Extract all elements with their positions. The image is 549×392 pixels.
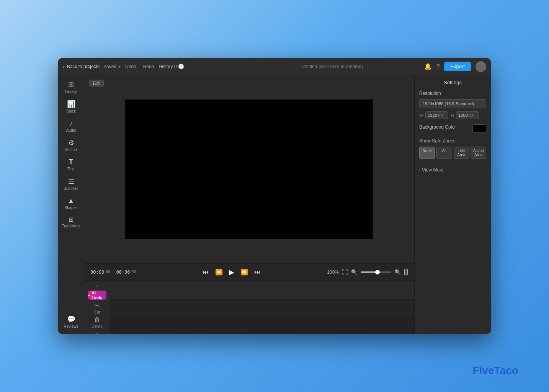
resolution-dropdown[interactable]: 1920x1080 (16:9 Standard) bbox=[419, 99, 486, 108]
dimension-row: W 1920 PX H 1080 PX bbox=[419, 111, 486, 119]
zoom-slider[interactable] bbox=[361, 271, 391, 273]
undo-button[interactable]: Undo bbox=[123, 63, 139, 70]
ai-tools-plus-icon: + bbox=[88, 293, 90, 297]
export-button[interactable]: Export bbox=[444, 62, 471, 71]
sidebar-item-label: Motion bbox=[65, 148, 77, 152]
branding-five: Five bbox=[473, 364, 494, 376]
height-unit: PX bbox=[469, 113, 474, 118]
sidebar-item-label: Library bbox=[65, 90, 77, 94]
sidebar-item-text[interactable]: T Text bbox=[60, 156, 82, 173]
safe-zone-title-button[interactable]: Title Area bbox=[454, 147, 469, 159]
sidebar-item-label: Reviews bbox=[64, 324, 78, 328]
settings-panel: Settings Resolution 1920x1080 (16:9 Stan… bbox=[414, 75, 491, 334]
history-clock-icon: 🕐 bbox=[178, 64, 184, 69]
bg-color-swatch[interactable] bbox=[472, 124, 486, 133]
timeline-expand-button[interactable]: › bbox=[93, 283, 101, 288]
topbar-right: 🔔 ? Export bbox=[424, 61, 486, 72]
safe-zones-section: Show Safe Zones None All Title Area Acti… bbox=[419, 138, 486, 159]
sidebar-item-label: Subtitles bbox=[64, 186, 78, 191]
timeline-track-1 bbox=[110, 281, 414, 300]
shapes-icon: ▲ bbox=[68, 197, 75, 205]
add-track-tool[interactable]: ➕ Add Track bbox=[88, 333, 106, 334]
back-to-projects-button[interactable]: Back to projects bbox=[67, 64, 100, 69]
play-button[interactable]: ▶ bbox=[229, 268, 234, 276]
sidebar-item-label: Text bbox=[67, 167, 74, 171]
cut-label: Cut bbox=[94, 310, 100, 314]
sidebar-item-label: Audio bbox=[66, 128, 76, 132]
sidebar-item-label: Transitions bbox=[62, 224, 80, 228]
topbar: ‹ Back to projects Saved ▾ Undo Redo His… bbox=[58, 58, 491, 75]
sidebar-item-stock[interactable]: 📊 Stock bbox=[60, 98, 82, 116]
preview-area: 16:9 bbox=[84, 75, 414, 263]
history-button[interactable]: History 0 🕐 bbox=[158, 64, 184, 69]
zoom-in-icon[interactable]: 🔍 bbox=[394, 269, 401, 275]
width-unit: PX bbox=[438, 113, 443, 118]
safe-zones-buttons: None All Title Area Action Area bbox=[419, 147, 486, 159]
safe-zones-label: Show Safe Zones bbox=[419, 138, 486, 144]
text-icon: T bbox=[69, 158, 73, 166]
sidebar-item-subtitles[interactable]: ☰ Subtitles bbox=[60, 175, 82, 193]
timeline-pause-button[interactable] bbox=[404, 269, 408, 275]
sidebar-item-shapes[interactable]: ▲ Shapes bbox=[60, 194, 82, 212]
skip-to-end-button[interactable]: ⏭ bbox=[254, 269, 260, 276]
width-input[interactable]: 1920 PX bbox=[425, 111, 448, 119]
zoom-out-icon[interactable]: 🔍 bbox=[351, 269, 358, 275]
height-input[interactable]: 1080 PX bbox=[456, 111, 479, 119]
rewind-button[interactable]: ⏪ bbox=[215, 268, 223, 276]
ai-tools-button[interactable]: + AI Tools bbox=[88, 291, 106, 300]
sidebar-item-label: Stock bbox=[66, 109, 76, 113]
current-time-sub: 00 bbox=[106, 270, 110, 274]
pause-bar-right bbox=[407, 269, 408, 275]
sidebar-item-transitions[interactable]: ⊞ Transitions bbox=[60, 214, 82, 230]
zoom-thumb bbox=[375, 270, 380, 274]
fullscreen-button[interactable]: ⛶ bbox=[342, 269, 348, 276]
library-icon: ⊞ bbox=[68, 80, 74, 89]
saved-label: Saved bbox=[103, 64, 116, 69]
sidebar-item-motion[interactable]: ⚙ Motion bbox=[60, 136, 82, 154]
width-label: W bbox=[419, 113, 423, 118]
timeline-footer bbox=[110, 319, 414, 334]
app-window: ‹ Back to projects Saved ▾ Undo Redo His… bbox=[58, 58, 491, 334]
sidebar: ⊞ Library 📊 Stock ♪ Audio ⚙ Motion T Tex… bbox=[58, 75, 84, 334]
view-more-chevron-icon: › bbox=[419, 168, 420, 172]
delete-tool[interactable]: 🗑 Delete bbox=[92, 317, 103, 328]
stock-icon: 📊 bbox=[67, 100, 75, 108]
safe-zone-none-button[interactable]: None bbox=[419, 147, 435, 159]
fivetaco-branding: FiveTaco bbox=[473, 364, 518, 377]
skip-to-start-button[interactable]: ⏮ bbox=[203, 269, 209, 276]
help-icon[interactable]: ? bbox=[436, 63, 440, 70]
back-chevron-icon: ‹ bbox=[63, 64, 65, 70]
saved-dropdown-icon[interactable]: ▾ bbox=[119, 64, 121, 69]
motion-icon: ⚙ bbox=[68, 139, 74, 147]
zoom-percent: 100% bbox=[327, 270, 339, 275]
bg-color-row: Background Color bbox=[419, 124, 486, 133]
avatar[interactable] bbox=[475, 61, 486, 72]
safe-zone-action-button[interactable]: Action Area bbox=[471, 147, 486, 159]
timeline-controls: 00:00 00 00:00 00 ⏮ ⏪ ▶ ⏩ ⏭ 100% ⛶ 🔍 bbox=[84, 263, 414, 280]
cut-icon: ✂ bbox=[95, 302, 100, 309]
project-title[interactable]: Untitled (click here to rename) bbox=[301, 64, 363, 69]
bg-color-label: Background Color bbox=[419, 124, 456, 130]
view-more-button[interactable]: › View More bbox=[419, 167, 486, 173]
redo-button[interactable]: Redo bbox=[141, 63, 157, 70]
total-time-sub: 00 bbox=[132, 270, 136, 274]
project-rename-hint: (click here to rename) bbox=[319, 64, 363, 69]
aspect-ratio-badge[interactable]: 16:9 bbox=[89, 80, 104, 87]
ai-tools-label: AI Tools bbox=[92, 291, 106, 300]
cut-tool[interactable]: ✂ Cut bbox=[94, 302, 100, 314]
center-area: 16:9 00:00 00 00:00 00 ⏮ ⏪ ▶ ⏩ ⏭ bbox=[84, 75, 414, 334]
topbar-center: Untitled (click here to rename) bbox=[243, 64, 421, 69]
pause-bar-left bbox=[404, 269, 405, 275]
sidebar-item-audio[interactable]: ♪ Audio bbox=[60, 117, 82, 135]
notification-icon[interactable]: 🔔 bbox=[424, 63, 432, 70]
delete-icon: 🗑 bbox=[94, 317, 100, 323]
fast-forward-button[interactable]: ⏩ bbox=[240, 268, 248, 276]
width-value: 1920 bbox=[428, 113, 437, 118]
main-area: ⊞ Library 📊 Stock ♪ Audio ⚙ Motion T Tex… bbox=[58, 75, 491, 334]
history-label: History 0 bbox=[158, 64, 176, 69]
settings-panel-title: Settings bbox=[419, 80, 486, 85]
sidebar-item-reviews[interactable]: 💬 Reviews bbox=[60, 313, 82, 331]
view-more-label: View More bbox=[422, 167, 443, 173]
safe-zone-all-button[interactable]: All bbox=[436, 147, 452, 159]
sidebar-item-library[interactable]: ⊞ Library bbox=[60, 78, 82, 96]
